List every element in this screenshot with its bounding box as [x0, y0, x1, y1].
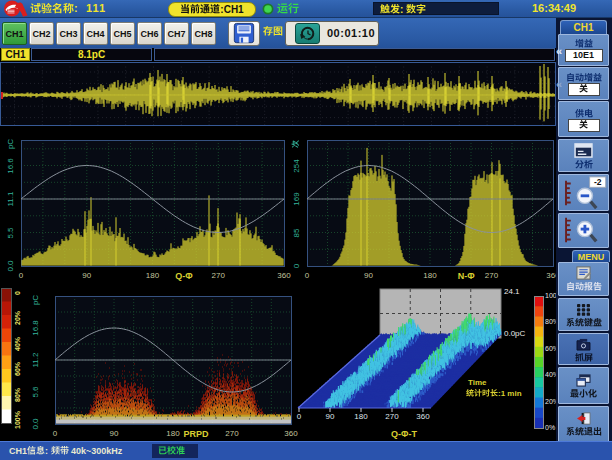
status-bar: CH1: 40k~300kHz	[0, 441, 612, 460]
chart-label: 16.8	[31, 320, 40, 336]
chart-label	[292, 140, 301, 148]
save-image-button[interactable]	[228, 21, 260, 46]
chart-label: 20%	[14, 311, 21, 325]
chart-label: 11.2	[31, 353, 40, 368]
auto-gain-value	[568, 83, 600, 96]
chart-label: 90	[364, 271, 373, 280]
channel-button-ch1[interactable]: CH1	[2, 22, 27, 45]
chart-label: 360	[416, 412, 429, 421]
analyze-label	[559, 160, 608, 170]
chart-label: 169	[292, 192, 301, 205]
chart-label: N-Φ	[458, 271, 475, 281]
wave-header-spare	[154, 48, 555, 61]
chart-label: 180	[423, 271, 436, 280]
system-exit-button[interactable]	[558, 406, 609, 442]
chart-label: 90	[82, 271, 91, 280]
chart-label: 270	[225, 429, 238, 438]
collapse-chevron-2[interactable]: «	[556, 78, 562, 90]
plot-area: CH1 8.1pC 0901802703600.05.511.116.6pCQ-…	[0, 48, 556, 441]
channel-info-text: CH1: 40k~300kHz	[9, 446, 122, 456]
save-image-label	[263, 26, 283, 37]
channel-button-ch8[interactable]: CH8	[191, 22, 216, 45]
sidebar-menu-tab[interactable]: MENU	[572, 250, 610, 262]
chart-label: 24.1	[504, 287, 520, 296]
sidebar-channel-tab[interactable]: CH1	[560, 20, 607, 34]
channel-button-ch6[interactable]: CH6	[137, 22, 162, 45]
zoom-in-button[interactable]	[558, 213, 609, 248]
minimize-button[interactable]	[558, 367, 609, 404]
power-value	[568, 119, 600, 132]
auto-gain-button[interactable]	[558, 67, 609, 100]
channel-button-ch7[interactable]: CH7	[164, 22, 189, 45]
chart-label: pC	[6, 139, 15, 149]
sidebar: CH1 « « 10E1 -2	[556, 18, 612, 441]
gain-button[interactable]: 10E1	[558, 34, 609, 66]
channel-button-ch4[interactable]: CH4	[83, 22, 108, 45]
power-button[interactable]	[558, 101, 609, 137]
chart-label: 360	[284, 429, 297, 438]
collapse-chevron[interactable]: «	[556, 45, 562, 57]
channel-button-ch5[interactable]: CH5	[110, 22, 135, 45]
chart-label: PRPD	[183, 429, 208, 439]
channel-button-ch3[interactable]: CH3	[56, 22, 81, 45]
chart-label: 0	[14, 291, 21, 295]
zoom-out-button[interactable]: -2	[558, 174, 609, 211]
timer-history-button[interactable]	[295, 23, 320, 44]
report-icon	[575, 266, 592, 280]
trigger-mode-box: :	[373, 2, 499, 15]
system-clock: 16:34:49	[532, 2, 576, 14]
chart-label: 80%	[14, 388, 21, 402]
auto-report-button[interactable]	[558, 262, 609, 296]
chart-label: 254	[292, 159, 301, 172]
chart-label: 0	[53, 429, 57, 438]
wave-channel-badge: CH1	[1, 48, 30, 61]
chart-label: 360	[277, 271, 290, 280]
zoom-in-icon	[559, 214, 608, 247]
app-logo-icon	[2, 0, 28, 18]
run-status-icon	[262, 3, 274, 15]
test-name-label: :	[30, 2, 78, 14]
floppy-disk-icon	[229, 22, 259, 45]
calibration-status	[158, 446, 185, 456]
auto-report-label	[559, 282, 608, 292]
chart-label: 0.0pC	[504, 329, 525, 338]
title-bar: : 111 :CH1 : 16:34:49	[0, 0, 612, 18]
system-keyboard-label	[559, 318, 608, 328]
qphi-histogram-chart	[0, 127, 300, 282]
chart-label: 0%	[545, 424, 555, 431]
gain-value: 10E1	[565, 49, 603, 62]
chart-label: 180	[354, 412, 367, 421]
analyze-button[interactable]	[558, 139, 609, 172]
channel-button-ch2[interactable]: CH2	[29, 22, 54, 45]
wave-peak-value: 8.1pC	[31, 48, 152, 61]
auto-gain-label	[559, 73, 608, 83]
test-name-value: 111	[86, 2, 106, 14]
prpd-heatmap-chart	[0, 283, 300, 441]
chart-label: 60%	[14, 362, 21, 376]
exit-door-icon	[576, 412, 591, 425]
chart-label: 0	[292, 264, 301, 268]
run-status-label	[277, 2, 299, 14]
gain-label	[559, 39, 608, 49]
chart-label: 5.6	[31, 386, 40, 397]
current-channel-badge: :CH1	[168, 2, 256, 17]
system-keyboard-button[interactable]	[558, 298, 609, 331]
waveform-chart	[0, 62, 556, 126]
screen-capture-button[interactable]	[558, 333, 609, 365]
chart-label: 100%	[14, 411, 21, 429]
chart-label: 0.0	[31, 418, 40, 429]
minimize-windows-icon	[576, 374, 591, 387]
chart-label: 90	[326, 412, 335, 421]
chart-label: 270	[212, 271, 225, 280]
chart-label: 0	[19, 271, 23, 280]
chart-label: 270	[385, 412, 398, 421]
chart-label: 40%	[14, 337, 21, 351]
chart-label: 180	[146, 271, 159, 280]
chart-label: 270	[485, 271, 498, 280]
keyboard-grid-icon	[576, 303, 591, 316]
chart-label: 5.5	[6, 227, 15, 238]
chart-label: :1 min	[466, 389, 522, 398]
power-label	[559, 109, 608, 119]
chart-label: Time	[468, 378, 487, 387]
analysis-window-icon	[574, 143, 593, 158]
